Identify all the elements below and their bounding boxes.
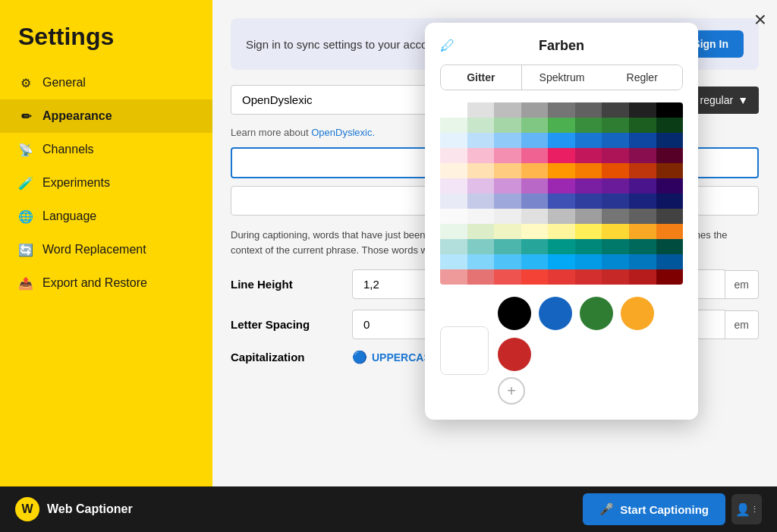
color-cell[interactable] (467, 209, 495, 224)
close-button[interactable]: × (754, 8, 766, 32)
preset-swatch-yellow[interactable] (621, 297, 654, 330)
sidebar-item-general[interactable]: ⚙ General (0, 66, 212, 99)
color-cell[interactable] (494, 163, 521, 178)
color-cell[interactable] (575, 163, 602, 178)
color-cell[interactable] (575, 194, 602, 209)
color-cell[interactable] (629, 239, 656, 254)
color-cell[interactable] (656, 133, 684, 148)
color-cell[interactable] (494, 148, 521, 163)
color-cell[interactable] (548, 269, 575, 285)
color-cell[interactable] (521, 269, 549, 285)
color-cell[interactable] (467, 148, 495, 163)
color-cell[interactable] (440, 118, 467, 133)
color-cell[interactable] (548, 102, 575, 118)
sidebar-item-export-restore[interactable]: 📤 Export and Restore (0, 266, 212, 300)
color-cell[interactable] (575, 148, 602, 163)
color-cell[interactable] (656, 102, 684, 118)
profile-button[interactable]: 👤 ⋮ (731, 494, 762, 524)
color-cell[interactable] (575, 118, 602, 133)
color-cell[interactable] (440, 254, 467, 269)
color-cell[interactable] (494, 133, 521, 148)
color-cell[interactable] (602, 209, 629, 224)
color-cell[interactable] (521, 118, 549, 133)
color-cell[interactable] (656, 269, 684, 285)
color-cell[interactable] (440, 178, 467, 194)
color-cell[interactable] (656, 209, 684, 224)
color-cell[interactable] (467, 102, 495, 118)
color-cell[interactable] (494, 209, 521, 224)
color-cell[interactable] (440, 163, 467, 178)
color-cell[interactable] (629, 269, 656, 285)
color-cell[interactable] (521, 178, 549, 194)
color-cell[interactable] (548, 254, 575, 269)
color-cell[interactable] (521, 163, 549, 178)
color-cell[interactable] (548, 133, 575, 148)
color-cell[interactable] (629, 178, 656, 194)
color-cell[interactable] (629, 224, 656, 239)
color-cell[interactable] (521, 224, 549, 239)
color-cell[interactable] (467, 254, 495, 269)
opendyslexic-link[interactable]: OpenDyslexic. (311, 127, 375, 138)
color-cell[interactable] (629, 102, 656, 118)
color-cell[interactable] (575, 239, 602, 254)
picker-tab-spektrum[interactable]: Spektrum (522, 65, 602, 90)
color-cell[interactable] (521, 254, 549, 269)
color-cell[interactable] (548, 194, 575, 209)
color-cell[interactable] (548, 209, 575, 224)
color-cell[interactable] (575, 209, 602, 224)
sidebar-item-channels[interactable]: 📡 Channels (0, 133, 212, 166)
color-cell[interactable] (494, 178, 521, 194)
color-cell[interactable] (548, 239, 575, 254)
preset-swatch-red[interactable] (498, 338, 531, 371)
color-cell[interactable] (440, 269, 467, 285)
color-cell[interactable] (656, 148, 684, 163)
color-cell[interactable] (656, 254, 684, 269)
color-cell[interactable] (575, 102, 602, 118)
color-cell[interactable] (467, 194, 495, 209)
color-cell[interactable] (656, 239, 684, 254)
color-cell[interactable] (467, 133, 495, 148)
color-cell[interactable] (602, 148, 629, 163)
color-cell[interactable] (440, 133, 467, 148)
color-cell[interactable] (656, 118, 684, 133)
color-cell[interactable] (521, 239, 549, 254)
color-cell[interactable] (494, 239, 521, 254)
color-cell[interactable] (575, 178, 602, 194)
color-cell[interactable] (494, 269, 521, 285)
color-cell[interactable] (656, 178, 684, 194)
color-cell[interactable] (548, 178, 575, 194)
start-captioning-button[interactable]: 🎤 Start Captioning (583, 493, 725, 525)
color-cell[interactable] (467, 269, 495, 285)
color-cell[interactable] (467, 118, 495, 133)
sidebar-item-language[interactable]: 🌐 Language (0, 200, 212, 233)
color-cell[interactable] (629, 194, 656, 209)
color-cell[interactable] (440, 209, 467, 224)
color-cell[interactable] (494, 254, 521, 269)
color-cell[interactable] (521, 102, 549, 118)
sidebar-item-appearance[interactable]: ✏ Appearance (0, 99, 212, 133)
preset-swatch-blue[interactable] (539, 297, 572, 330)
preset-swatch-black[interactable] (498, 297, 531, 330)
color-cell[interactable] (467, 224, 495, 239)
preset-swatch-green[interactable] (580, 297, 613, 330)
color-cell[interactable] (602, 254, 629, 269)
color-cell[interactable] (440, 148, 467, 163)
color-cell[interactable] (629, 209, 656, 224)
color-cell[interactable] (602, 239, 629, 254)
color-cell[interactable] (656, 163, 684, 178)
color-cell[interactable] (602, 178, 629, 194)
color-cell[interactable] (602, 269, 629, 285)
color-cell[interactable] (521, 133, 549, 148)
color-cell[interactable] (440, 239, 467, 254)
color-cell[interactable] (602, 194, 629, 209)
color-cell[interactable] (440, 194, 467, 209)
color-cell[interactable] (548, 163, 575, 178)
color-cell[interactable] (575, 269, 602, 285)
color-cell[interactable] (467, 163, 495, 178)
color-cell[interactable] (467, 239, 495, 254)
color-cell[interactable] (494, 102, 521, 118)
color-cell[interactable] (521, 148, 549, 163)
eyedropper-button[interactable]: 🖊 (440, 37, 455, 55)
color-cell[interactable] (629, 148, 656, 163)
color-cell[interactable] (467, 178, 495, 194)
